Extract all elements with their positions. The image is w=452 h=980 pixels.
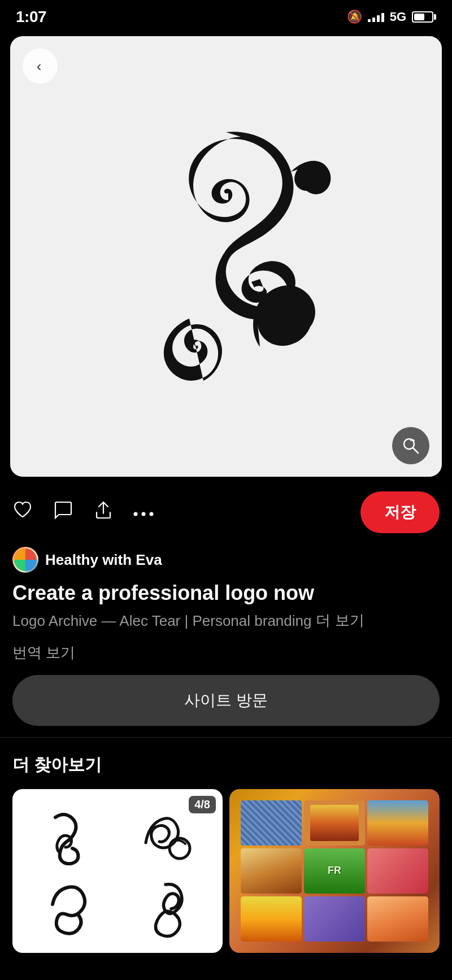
thumbnail-calligraphy[interactable]: 4/8 <box>12 789 223 953</box>
status-time: 1:07 <box>16 8 46 26</box>
poster-row-1 <box>241 800 428 846</box>
share-button[interactable] <box>94 500 113 525</box>
author-name[interactable]: Healthy with Eva <box>45 551 162 569</box>
avatar-inner <box>14 548 37 571</box>
logo-canvas <box>10 36 442 477</box>
battery-indicator <box>412 11 436 23</box>
bell-icon: 🔕 <box>347 10 362 24</box>
more-icon <box>133 511 154 517</box>
battery-body <box>412 11 433 23</box>
poster-row-3 <box>241 896 428 942</box>
svg-point-3 <box>142 512 146 516</box>
content-section: Healthy with Eva Create a professional l… <box>0 543 452 737</box>
pin-title: Create a professional logo now <box>12 581 440 605</box>
share-icon <box>94 500 113 520</box>
signal-bars <box>368 12 384 22</box>
signal-bar-4 <box>381 13 384 22</box>
mini-logo-svg-2 <box>134 803 197 865</box>
thumbnail-grid: 4/8 <box>12 789 440 953</box>
mini-logo-svg-1 <box>38 803 101 865</box>
poster-grid: FR <box>235 795 434 947</box>
poster-4 <box>241 848 302 894</box>
status-bar: 1:07 🔕 5G <box>0 0 452 31</box>
comment-icon <box>53 500 73 520</box>
mini-logo-3 <box>24 873 115 942</box>
more-button[interactable] <box>133 503 154 521</box>
poster-8 <box>304 896 365 942</box>
svg-point-2 <box>134 512 138 516</box>
battery-tip <box>434 14 436 20</box>
translate-link[interactable]: 번역 보기 <box>12 643 440 663</box>
poster-5: FR <box>304 848 365 894</box>
more-link[interactable]: 더 보기 <box>316 611 364 630</box>
svg-line-1 <box>413 448 418 453</box>
poster-row-2: FR <box>241 848 428 894</box>
lens-icon <box>401 436 420 455</box>
mini-logo-svg-4 <box>134 876 197 938</box>
poster-7 <box>241 896 302 942</box>
poster-2 <box>304 800 365 846</box>
comment-button[interactable] <box>53 500 73 525</box>
mini-logo-1 <box>24 800 115 869</box>
author-row: Healthy with Eva <box>12 547 440 573</box>
thumbnail-posters[interactable]: FR <box>229 789 440 953</box>
thumb-badge-1: 4/8 <box>189 796 216 813</box>
back-button[interactable]: ‹ <box>23 49 58 84</box>
more-title: 더 찾아보기 <box>12 753 440 777</box>
author-avatar[interactable] <box>12 547 38 573</box>
more-section: 더 찾아보기 4/8 <box>0 738 452 962</box>
pin-description: Logo Archive — Alec Tear | Personal bran… <box>12 611 311 631</box>
action-icons <box>12 500 360 525</box>
logo-svg <box>90 98 362 415</box>
logo-mark <box>164 132 331 381</box>
poster-1 <box>241 800 302 846</box>
signal-bar-2 <box>372 18 375 22</box>
poster-9 <box>367 896 428 942</box>
heart-icon <box>12 500 33 520</box>
signal-bar-1 <box>368 19 371 22</box>
svg-point-4 <box>150 512 154 516</box>
poster-6 <box>367 848 428 894</box>
signal-5g-label: 5G <box>390 10 406 24</box>
action-bar: 저장 <box>0 477 452 543</box>
calligraphy-grid <box>12 789 223 953</box>
poster-3 <box>367 800 428 846</box>
mini-logo-svg-3 <box>38 876 101 938</box>
pin-description-row: Logo Archive — Alec Tear | Personal bran… <box>12 611 440 634</box>
visit-site-button[interactable]: 사이트 방문 <box>12 675 440 726</box>
save-button[interactable]: 저장 <box>360 491 440 533</box>
heart-button[interactable] <box>12 500 33 525</box>
battery-fill <box>414 14 424 20</box>
main-image-card: ‹ <box>10 36 442 477</box>
status-right: 🔕 5G <box>347 10 436 24</box>
mini-logo-4 <box>120 873 211 942</box>
signal-bar-3 <box>377 15 380 22</box>
lens-button[interactable] <box>392 427 429 464</box>
back-chevron-icon: ‹ <box>37 59 42 73</box>
